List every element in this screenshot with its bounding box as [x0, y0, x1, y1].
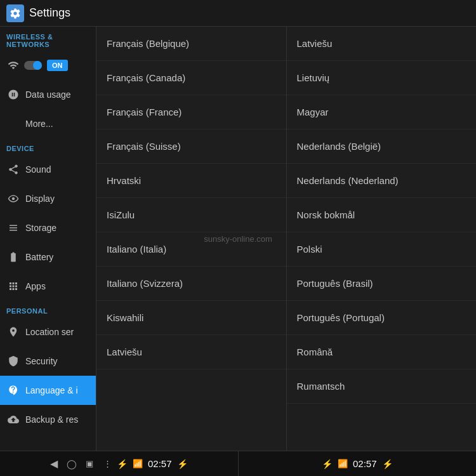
- location-label: Location ser: [25, 327, 74, 337]
- sidebar-item-apps[interactable]: Apps: [0, 272, 96, 301]
- usb-icon-left: ⚡: [117, 459, 128, 469]
- storage-label: Storage: [25, 223, 56, 233]
- battery-icon-left: ⚡: [177, 459, 188, 469]
- language-label: Language & i: [25, 385, 78, 395]
- language-item[interactable]: Polski: [287, 232, 477, 267]
- sidebar-item-security[interactable]: Security: [0, 347, 96, 376]
- wifi-toggle-on[interactable]: ON: [47, 60, 68, 71]
- language-item[interactable]: Latviešu: [96, 335, 286, 369]
- nav-home-icon[interactable]: ◯: [67, 459, 77, 469]
- sidebar-item-backup[interactable]: Backup & res: [0, 405, 96, 434]
- language-icon: [6, 383, 20, 397]
- sidebar-item-display[interactable]: Display: [0, 184, 96, 213]
- sound-label: Sound: [25, 164, 51, 175]
- wifi-toggle-track: [24, 61, 42, 70]
- apps-icon: [6, 279, 20, 293]
- battery-icon-right: ⚡: [382, 459, 393, 469]
- language-item[interactable]: Français (Belgique): [96, 27, 286, 61]
- language-item[interactable]: Română: [287, 335, 477, 369]
- sidebar-item-language[interactable]: Language & i: [0, 376, 96, 405]
- nav-buttons-left: ◀ ◯ ▣: [50, 458, 93, 470]
- settings-app-icon: [6, 4, 24, 22]
- sidebar-item-location[interactable]: Location ser: [0, 317, 96, 347]
- nav-back-icon[interactable]: ◀: [50, 458, 58, 470]
- language-item[interactable]: Italiano (Italia): [96, 232, 286, 267]
- sidebar-item-more[interactable]: More...: [0, 109, 96, 138]
- security-icon: [6, 354, 20, 368]
- language-item[interactable]: Français (France): [96, 95, 286, 129]
- display-label: Display: [25, 194, 55, 204]
- battery-label: Battery: [25, 252, 53, 262]
- sidebar-item-battery[interactable]: Battery: [0, 242, 96, 272]
- language-list-left: Français (Belgique)Français (Canada)Fran…: [96, 27, 287, 451]
- status-bar-left: ◀ ◯ ▣ ⋮ ⚡ 📶 02:57 ⚡: [0, 451, 239, 476]
- language-item[interactable]: Kiswahili: [96, 301, 286, 335]
- sound-icon: [6, 162, 20, 176]
- language-item[interactable]: Lietuvių: [287, 61, 477, 95]
- language-item[interactable]: Português (Brasil): [287, 267, 477, 301]
- language-item[interactable]: Magyar: [287, 95, 477, 129]
- language-list-right: LatviešuLietuviųMagyarNederlands (België…: [287, 27, 477, 451]
- menu-dots-icon[interactable]: ⋮: [103, 459, 112, 468]
- language-item[interactable]: Nederlands (België): [287, 129, 477, 164]
- status-bar-right: ⚡ 📶 02:57 ⚡: [239, 451, 477, 476]
- security-label: Security: [25, 356, 58, 366]
- section-header-wireless: WIRELESS & NETWORKS: [0, 27, 96, 51]
- wifi-toggle-thumb: [33, 61, 42, 70]
- language-item[interactable]: Nederlands (Nederland): [287, 164, 477, 198]
- sidebar-item-sound[interactable]: Sound: [0, 155, 96, 184]
- language-item[interactable]: Italiano (Svizzera): [96, 267, 286, 301]
- data-usage-icon: [6, 88, 20, 102]
- sim-icon-left: 📶: [133, 459, 143, 468]
- section-header-device: DEVICE: [0, 138, 96, 155]
- backup-label: Backup & res: [25, 414, 78, 425]
- usb-icon-right: ⚡: [322, 459, 333, 469]
- sidebar-item-storage[interactable]: Storage: [0, 213, 96, 242]
- sim-icon-right: 📶: [338, 459, 348, 468]
- language-item[interactable]: Português (Portugal): [287, 301, 477, 335]
- display-icon: [6, 192, 20, 206]
- language-item[interactable]: Français (Canada): [96, 61, 286, 95]
- time-display-left: 02:57: [148, 458, 172, 469]
- more-label: More...: [25, 119, 53, 129]
- language-selector-panel: Français (Belgique)Français (Canada)Fran…: [96, 27, 476, 451]
- language-item[interactable]: Rumantsch: [287, 369, 477, 404]
- battery-icon: [6, 250, 20, 264]
- apps-label: Apps: [25, 281, 46, 291]
- sidebar-item-wifi[interactable]: ON: [0, 51, 96, 80]
- backup-icon: [6, 413, 20, 426]
- page-title: Settings: [29, 6, 70, 20]
- language-item[interactable]: Latviešu: [287, 27, 477, 61]
- more-icon: [6, 117, 20, 131]
- sidebar-item-data-usage[interactable]: Data usage: [0, 80, 96, 109]
- wifi-icon: [6, 58, 20, 72]
- language-item[interactable]: Français (Suisse): [96, 129, 286, 164]
- nav-recents-icon[interactable]: ▣: [86, 459, 93, 468]
- location-icon: [6, 325, 20, 339]
- language-item[interactable]: Norsk bokmål: [287, 198, 477, 232]
- time-display-right: 02:57: [353, 458, 377, 469]
- language-item[interactable]: Hrvatski: [96, 164, 286, 198]
- sidebar: WIRELESS & NETWORKS ON Data usage: [0, 27, 96, 451]
- language-item[interactable]: IsiZulu: [96, 198, 286, 232]
- top-bar: Settings: [0, 0, 476, 27]
- storage-icon: [6, 221, 20, 235]
- data-usage-label: Data usage: [25, 89, 71, 100]
- section-header-personal: PERSONAL: [0, 301, 96, 317]
- status-bar: ◀ ◯ ▣ ⋮ ⚡ 📶 02:57 ⚡ ⚡ 📶 02:57 ⚡: [0, 451, 476, 476]
